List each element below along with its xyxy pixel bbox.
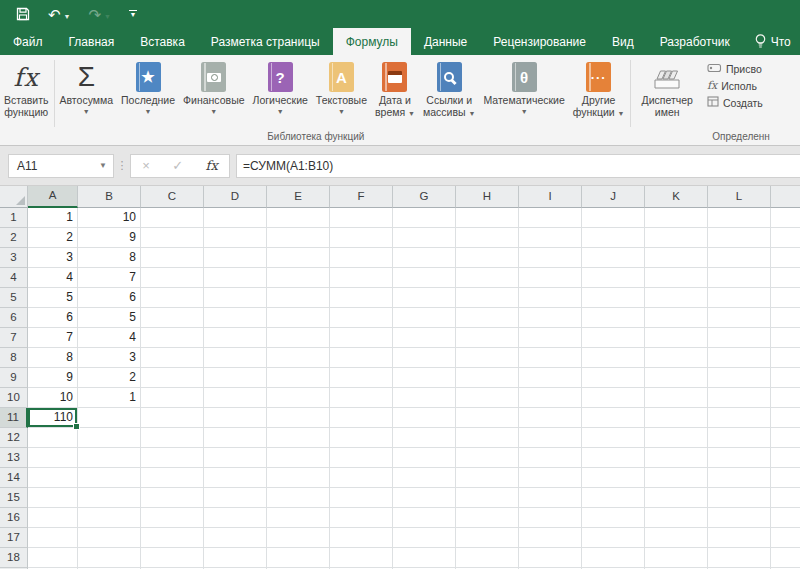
cell-L12[interactable] — [708, 428, 771, 448]
cell-G9[interactable] — [393, 368, 456, 388]
cell-A18[interactable] — [28, 548, 78, 568]
cell-D15[interactable] — [204, 488, 267, 508]
cell-H1[interactable] — [456, 208, 519, 228]
cell-D11[interactable] — [204, 408, 267, 428]
cell-F15[interactable] — [330, 488, 393, 508]
cell-F12[interactable] — [330, 428, 393, 448]
cell-D1[interactable] — [204, 208, 267, 228]
cell-I6[interactable] — [519, 308, 582, 328]
cell-A8[interactable]: 8 — [28, 348, 78, 368]
cell-J13[interactable] — [582, 448, 645, 468]
cell-J14[interactable] — [582, 468, 645, 488]
cell-C7[interactable] — [141, 328, 204, 348]
more-functions-button[interactable]: ···Другиефункции ▼ — [569, 57, 629, 130]
cell-H9[interactable] — [456, 368, 519, 388]
insert-function-icon[interactable]: fx — [206, 158, 218, 173]
column-header-E[interactable]: E — [267, 186, 330, 208]
cell-D3[interactable] — [204, 248, 267, 268]
row-header-18[interactable]: 18 — [0, 548, 28, 568]
cell-H12[interactable] — [456, 428, 519, 448]
cell-K11[interactable] — [645, 408, 708, 428]
cell-G10[interactable] — [393, 388, 456, 408]
cell-B13[interactable] — [78, 448, 141, 468]
cell-K13[interactable] — [645, 448, 708, 468]
enter-button[interactable]: ✓ — [172, 158, 183, 173]
cell-G4[interactable] — [393, 268, 456, 288]
cell-D5[interactable] — [204, 288, 267, 308]
column-header-G[interactable]: G — [393, 186, 456, 208]
cell-B1[interactable]: 10 — [78, 208, 141, 228]
cell-C2[interactable] — [141, 228, 204, 248]
cell-K15[interactable] — [645, 488, 708, 508]
cell-A3[interactable]: 3 — [28, 248, 78, 268]
cell-E16[interactable] — [267, 508, 330, 528]
save-button[interactable] — [16, 7, 30, 21]
cell-L10[interactable] — [708, 388, 771, 408]
cell-J5[interactable] — [582, 288, 645, 308]
cell-E12[interactable] — [267, 428, 330, 448]
cell-J3[interactable] — [582, 248, 645, 268]
cell-L6[interactable] — [708, 308, 771, 328]
cell-D4[interactable] — [204, 268, 267, 288]
tab-Формулы[interactable]: Формулы — [333, 28, 411, 55]
use-in-formula-button[interactable]: fxИсполь — [707, 79, 763, 92]
cell-C4[interactable] — [141, 268, 204, 288]
cell-D8[interactable] — [204, 348, 267, 368]
cell-I17[interactable] — [519, 528, 582, 548]
cell-G12[interactable] — [393, 428, 456, 448]
cell-D9[interactable] — [204, 368, 267, 388]
cell-J1[interactable] — [582, 208, 645, 228]
cell-K4[interactable] — [645, 268, 708, 288]
row-header-17[interactable]: 17 — [0, 528, 28, 548]
tab-Файл[interactable]: Файл — [0, 28, 56, 55]
cell-C16[interactable] — [141, 508, 204, 528]
autosum-button[interactable]: ΣАвтосумма▼ — [56, 57, 118, 130]
cell-F17[interactable] — [330, 528, 393, 548]
cell-C17[interactable] — [141, 528, 204, 548]
cell-I2[interactable] — [519, 228, 582, 248]
cell-L16[interactable] — [708, 508, 771, 528]
cell-F2[interactable] — [330, 228, 393, 248]
cell-C1[interactable] — [141, 208, 204, 228]
cell-E8[interactable] — [267, 348, 330, 368]
cell-B4[interactable]: 7 — [78, 268, 141, 288]
cell-E17[interactable] — [267, 528, 330, 548]
cell-D2[interactable] — [204, 228, 267, 248]
cell-A5[interactable]: 5 — [28, 288, 78, 308]
row-header-16[interactable]: 16 — [0, 508, 28, 528]
select-all-corner[interactable] — [0, 186, 28, 208]
cell-J2[interactable] — [582, 228, 645, 248]
row-header-11[interactable]: 11 — [0, 408, 28, 428]
cell-K2[interactable] — [645, 228, 708, 248]
cell-F4[interactable] — [330, 268, 393, 288]
cell-B15[interactable] — [78, 488, 141, 508]
cell-A2[interactable]: 2 — [28, 228, 78, 248]
cell-I11[interactable] — [519, 408, 582, 428]
row-header-1[interactable]: 1 — [0, 208, 28, 228]
cell-A4[interactable]: 4 — [28, 268, 78, 288]
cell-F14[interactable] — [330, 468, 393, 488]
cell-B18[interactable] — [78, 548, 141, 568]
cell-J18[interactable] — [582, 548, 645, 568]
cell-L1[interactable] — [708, 208, 771, 228]
tab-Вид[interactable]: Вид — [599, 28, 647, 55]
cell-B9[interactable]: 2 — [78, 368, 141, 388]
cell-A6[interactable]: 6 — [28, 308, 78, 328]
cell-F10[interactable] — [330, 388, 393, 408]
cell-D7[interactable] — [204, 328, 267, 348]
cell-D16[interactable] — [204, 508, 267, 528]
cell-B12[interactable] — [78, 428, 141, 448]
column-header-K[interactable]: K — [645, 186, 708, 208]
cell-A13[interactable] — [28, 448, 78, 468]
cell-J10[interactable] — [582, 388, 645, 408]
cell-F16[interactable] — [330, 508, 393, 528]
cell-G7[interactable] — [393, 328, 456, 348]
cell-B5[interactable]: 6 — [78, 288, 141, 308]
cell-H6[interactable] — [456, 308, 519, 328]
cell-A9[interactable]: 9 — [28, 368, 78, 388]
logical-button[interactable]: ?Логические▼ — [249, 57, 312, 130]
cell-I1[interactable] — [519, 208, 582, 228]
formula-bar-splitter[interactable]: ⋮ — [114, 159, 130, 172]
cell-E13[interactable] — [267, 448, 330, 468]
cell-A16[interactable] — [28, 508, 78, 528]
